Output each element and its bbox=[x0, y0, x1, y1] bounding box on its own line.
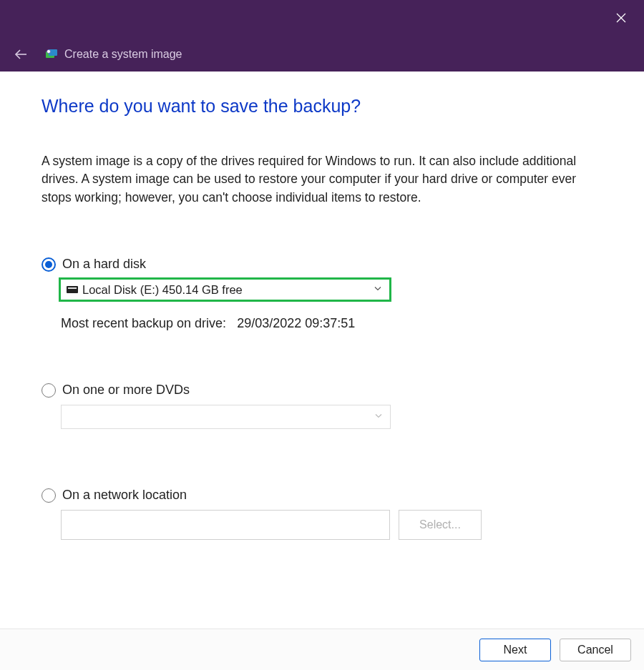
dvd-select-dropdown bbox=[61, 405, 391, 429]
chevron-down-icon bbox=[374, 285, 382, 295]
network-path-input bbox=[61, 510, 390, 540]
option-network: On a network location Select... bbox=[42, 488, 602, 540]
header-title: Create a system image bbox=[64, 48, 182, 61]
radio-network-label: On a network location bbox=[62, 488, 187, 503]
svg-point-5 bbox=[47, 50, 51, 54]
radio-hard-disk[interactable] bbox=[42, 257, 56, 272]
radio-network[interactable] bbox=[42, 488, 56, 503]
network-select-button: Select... bbox=[399, 510, 482, 540]
system-image-icon bbox=[44, 47, 59, 61]
option-dvds: On one or more DVDs bbox=[42, 383, 602, 429]
option-hard-disk: On a hard disk Local Disk (E:) 450.14 GB… bbox=[42, 257, 602, 331]
header-row: Create a system image bbox=[0, 37, 644, 72]
radio-dvds[interactable] bbox=[42, 383, 56, 398]
titlebar bbox=[0, 0, 644, 37]
page-description: A system image is a copy of the drives r… bbox=[42, 152, 602, 207]
recent-backup-info: Most recent backup on drive: 29/03/2022 … bbox=[61, 316, 602, 331]
drive-select-dropdown[interactable]: Local Disk (E:) 450.14 GB free bbox=[59, 277, 391, 302]
page-heading: Where do you want to save the backup? bbox=[42, 96, 602, 117]
chevron-down-icon bbox=[374, 412, 383, 423]
main-content: Where do you want to save the backup? A … bbox=[0, 72, 644, 540]
close-icon[interactable] bbox=[613, 11, 630, 26]
radio-dvds-label: On one or more DVDs bbox=[62, 383, 190, 398]
next-button[interactable]: Next bbox=[479, 639, 551, 661]
recent-backup-value: 29/03/2022 09:37:51 bbox=[237, 316, 355, 330]
drive-select-value: Local Disk (E:) 450.14 GB free bbox=[82, 283, 243, 297]
recent-backup-label: Most recent backup on drive: bbox=[61, 316, 226, 330]
drive-icon bbox=[67, 286, 78, 293]
back-arrow-icon[interactable] bbox=[13, 46, 29, 62]
radio-hard-disk-label: On a hard disk bbox=[62, 257, 146, 272]
cancel-button[interactable]: Cancel bbox=[560, 639, 631, 661]
footer-bar: Next Cancel bbox=[0, 629, 644, 670]
